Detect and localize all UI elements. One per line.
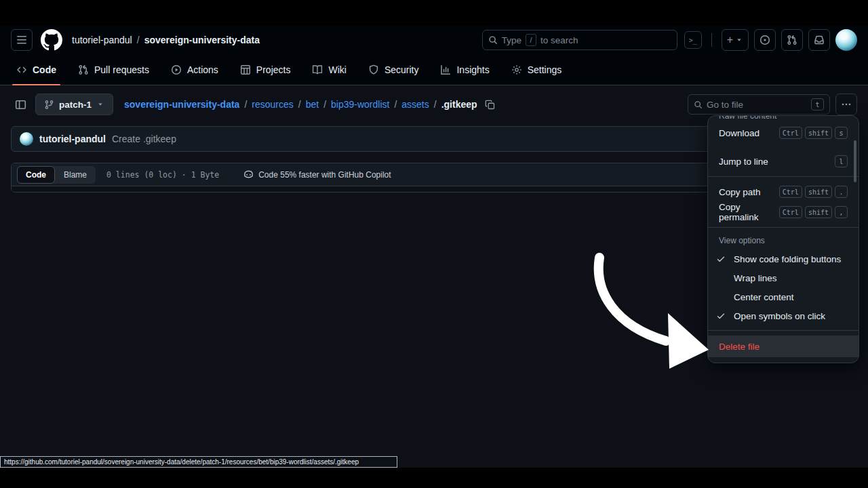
tab-label: Code: [33, 64, 56, 75]
more-options-button[interactable]: [835, 94, 857, 115]
user-avatar[interactable]: [835, 29, 857, 51]
file-header: patch-1 sovereign-university-data / reso…: [0, 85, 868, 115]
create-new-button[interactable]: +: [722, 29, 749, 51]
menu-item-label: Show code folding buttons: [734, 254, 841, 264]
key-chip: Ctrl: [779, 127, 802, 139]
goto-file-input[interactable]: [707, 100, 807, 110]
menu-item-copy-permalink[interactable]: Copy permalink Ctrl shift ,: [708, 202, 859, 222]
actions-icon: [171, 64, 182, 75]
browser-viewport: tutoriel-pandul / sovereign-university-d…: [0, 26, 868, 468]
branch-selector[interactable]: patch-1: [35, 94, 113, 115]
breadcrumb-owner-link[interactable]: tutoriel-pandul: [72, 35, 132, 45]
menu-option-show-code-folding[interactable]: Show code folding buttons: [708, 249, 859, 268]
menu-item-label: Delete file: [719, 342, 760, 352]
key-chip: .: [835, 186, 848, 198]
file-meta-text: 0 lines (0 loc) · 1 Byte: [106, 170, 219, 180]
inbox-icon: [814, 35, 825, 45]
global-nav-menu-button[interactable]: [11, 29, 33, 51]
hamburger-icon: [16, 35, 27, 45]
branch-icon: [44, 100, 54, 110]
menu-item-copy-path[interactable]: Copy path Ctrl shift .: [708, 182, 859, 202]
inbox-button[interactable]: [808, 29, 830, 51]
commit-author-link[interactable]: tutoriel-pandul: [39, 134, 106, 144]
collapse-file-tree-button[interactable]: [11, 95, 30, 114]
menu-option-center-content[interactable]: Center content: [708, 287, 859, 306]
chevron-down-icon: [96, 100, 104, 108]
current-file-name: .gitkeep: [441, 99, 477, 110]
commit-author-avatar[interactable]: [20, 132, 33, 146]
crumb-bip39-wordlist-link[interactable]: bip39-wordlist: [331, 99, 389, 110]
code-blame-toggle: Code Blame: [17, 166, 96, 184]
repo-nav-tabs: Code Pull requests Actions Projects Wiki: [0, 54, 868, 85]
menu-item-label: Open symbols on click: [734, 311, 825, 321]
crumb-resources-link[interactable]: resources: [252, 99, 293, 110]
menu-scrollbar[interactable]: [854, 140, 856, 182]
crumb-bet-link[interactable]: bet: [306, 99, 319, 110]
issues-button[interactable]: [754, 29, 776, 51]
tab-label: Pull requests: [94, 64, 149, 75]
tab-label: Settings: [528, 64, 562, 75]
menu-option-wrap-lines[interactable]: Wrap lines: [708, 268, 859, 287]
menu-item-delete-file[interactable]: Delete file: [708, 336, 859, 357]
tab-label: Projects: [256, 64, 291, 75]
tab-code[interactable]: Code: [8, 54, 64, 85]
tab-wiki[interactable]: Wiki: [304, 54, 354, 85]
github-header: tutoriel-pandul / sovereign-university-d…: [0, 26, 868, 54]
view-options-header: View options: [708, 232, 859, 249]
link-status-tooltip: https://github.com/tutoriel-pandul/sover…: [0, 456, 397, 468]
tab-actions[interactable]: Actions: [163, 54, 226, 85]
crumb-repo-link[interactable]: sovereign-university-data: [124, 99, 239, 110]
key-chip: l: [835, 155, 848, 167]
blame-view-button[interactable]: Blame: [55, 166, 96, 184]
menu-option-open-symbols[interactable]: Open symbols on click: [708, 306, 859, 325]
tab-projects[interactable]: Projects: [232, 54, 299, 85]
shortcut-keys: l: [832, 155, 848, 167]
side-panel-icon: [15, 99, 26, 110]
t-key-hint: t: [811, 98, 824, 110]
menu-item-jump-to-line[interactable]: Jump to line l: [708, 151, 859, 171]
menu-item-download[interactable]: Download Ctrl shift s: [708, 123, 859, 143]
kebab-icon: [841, 99, 852, 110]
breadcrumb-separator: /: [137, 35, 140, 45]
projects-icon: [240, 64, 251, 75]
tab-label: Actions: [187, 64, 218, 75]
breadcrumb-separator: /: [434, 99, 437, 110]
tab-settings[interactable]: Settings: [503, 54, 570, 85]
goto-file-search[interactable]: t: [688, 94, 830, 115]
commit-message-link[interactable]: Create .gitkeep: [112, 134, 176, 144]
shortcut-keys: Ctrl shift ,: [776, 206, 848, 218]
file-options-menu: Raw file content Download Ctrl shift s J…: [707, 115, 859, 363]
copy-path-icon-button[interactable]: [485, 100, 495, 110]
search-icon: [694, 100, 703, 109]
key-chip: ,: [835, 206, 848, 218]
command-palette-button[interactable]: >_: [684, 31, 702, 49]
global-search-input[interactable]: Type / to search: [482, 30, 677, 50]
github-logo[interactable]: [41, 29, 62, 51]
header-divider: [711, 33, 712, 47]
tab-security[interactable]: Security: [360, 54, 427, 85]
breadcrumb-separator: /: [323, 99, 326, 110]
check-icon: [716, 254, 734, 264]
insights-icon: [440, 64, 451, 75]
copilot-banner: Code 55% faster with GitHub Copilot: [243, 169, 391, 180]
pull-request-icon: [787, 35, 797, 45]
menu-divider: [708, 176, 859, 177]
code-view-button[interactable]: Code: [17, 166, 55, 184]
breadcrumb-separator: /: [394, 99, 397, 110]
tab-pull-requests[interactable]: Pull requests: [70, 54, 157, 85]
breadcrumb-repo-link[interactable]: sovereign-university-data: [144, 35, 260, 45]
check-icon: [716, 311, 734, 321]
menu-item-label: Raw file content: [719, 116, 776, 121]
tab-insights[interactable]: Insights: [432, 54, 497, 85]
crumb-assets-link[interactable]: assets: [401, 99, 429, 110]
menu-item-raw-file-content[interactable]: Raw file content: [708, 116, 859, 123]
chevron-down-icon: [735, 36, 743, 44]
search-placeholder-suffix: to search: [540, 35, 578, 45]
file-breadcrumb: sovereign-university-data / resources / …: [124, 99, 495, 110]
settings-gear-icon: [511, 64, 522, 75]
shortcut-keys: Ctrl shift .: [776, 186, 848, 198]
key-chip: shift: [805, 186, 832, 198]
issue-opened-icon: [760, 35, 770, 45]
menu-divider: [708, 330, 859, 331]
pull-requests-button[interactable]: [781, 29, 803, 51]
